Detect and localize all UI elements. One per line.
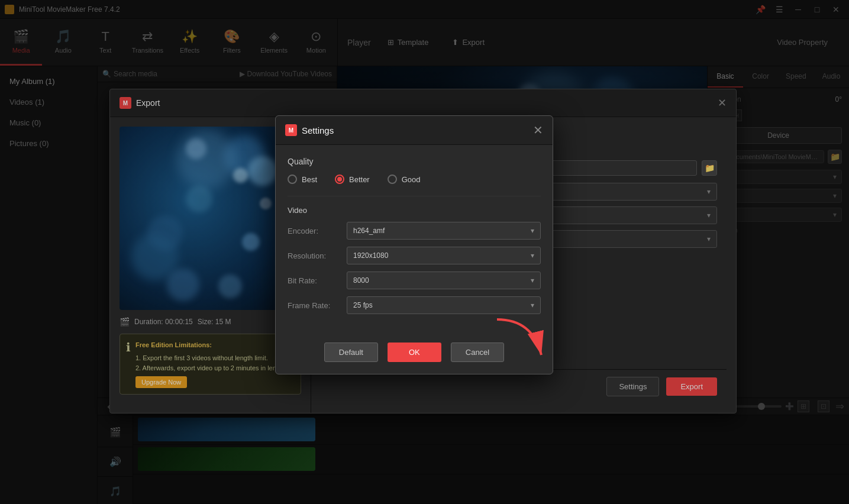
- good-label: Good: [402, 175, 421, 184]
- framerate-row: Frame Rate: 25 fps ▾: [288, 296, 541, 314]
- radio-good: [388, 175, 397, 184]
- settings-resolution-select[interactable]: 1920x1080 ▾: [347, 247, 541, 264]
- better-label: Better: [349, 175, 370, 184]
- quality-section-title: Quality: [288, 157, 541, 166]
- encoder-chevron-icon: ▾: [531, 227, 534, 235]
- quality-good[interactable]: Good: [388, 175, 421, 184]
- quality-better[interactable]: Better: [335, 175, 370, 184]
- resolution-row: Resolution: 1920x1080 ▾: [288, 247, 541, 264]
- default-button[interactable]: Default: [324, 343, 378, 362]
- settings-bitrate-select[interactable]: 8000 ▾: [347, 272, 541, 289]
- radio-better: [335, 175, 344, 184]
- bitrate-label: Bit Rate:: [288, 276, 347, 285]
- settings-body: Quality Best Better Good Video: [276, 145, 553, 333]
- settings-logo: M: [285, 124, 297, 136]
- quality-options-row: Best Better Good: [288, 175, 541, 184]
- settings-footer: Default OK Cancel: [276, 333, 553, 374]
- settings-resolution-value: 1920x1080: [353, 251, 388, 260]
- ok-button[interactable]: OK: [388, 343, 441, 362]
- settings-header: M Settings ✕: [276, 116, 553, 145]
- settings-dialog: M Settings ✕ Quality Best Better Good: [275, 115, 553, 374]
- resolution-chevron-icon: ▾: [531, 251, 534, 260]
- encoder-row: Encoder: h264_amf ▾: [288, 222, 541, 240]
- encoder-value: h264_amf: [353, 227, 385, 235]
- bitrate-chevron-icon: ▾: [531, 276, 534, 285]
- best-label: Best: [302, 175, 317, 184]
- cancel-button[interactable]: Cancel: [451, 343, 504, 362]
- quality-best[interactable]: Best: [288, 175, 317, 184]
- settings-title-text: Settings: [302, 125, 334, 135]
- settings-divider: [288, 196, 541, 196]
- settings-framerate-select[interactable]: 25 fps ▾: [347, 296, 541, 314]
- encoder-label: Encoder:: [288, 227, 347, 235]
- radio-better-fill: [337, 177, 342, 182]
- bitrate-row: Bit Rate: 8000 ▾: [288, 272, 541, 289]
- radio-best: [288, 175, 297, 184]
- settings-close-button[interactable]: ✕: [533, 124, 543, 136]
- framerate-label: Frame Rate:: [288, 301, 347, 310]
- settings-framerate-value: 25 fps: [353, 301, 373, 309]
- framerate-chevron-icon: ▾: [531, 301, 534, 309]
- settings-title: M Settings: [285, 124, 334, 136]
- encoder-select[interactable]: h264_amf ▾: [347, 222, 541, 240]
- resolution-label: Resolution:: [288, 251, 347, 260]
- video-section-title: Video: [288, 206, 541, 215]
- settings-bitrate-value: 8000: [353, 276, 369, 285]
